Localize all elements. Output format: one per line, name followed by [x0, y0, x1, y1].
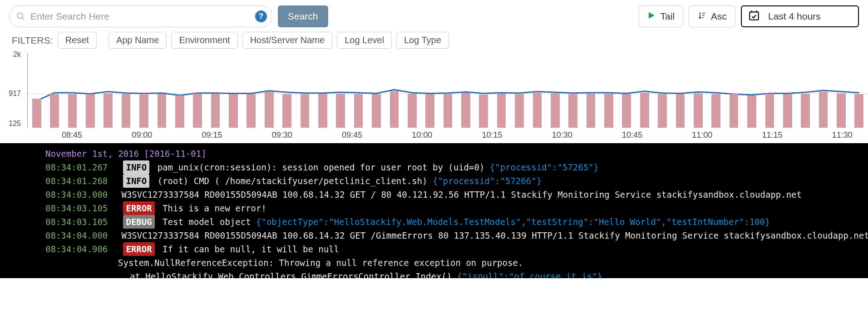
log-viewer[interactable]: November 1st, 2016 [2016-11-01] 08:34:01… [0, 143, 868, 278]
bar [694, 93, 703, 128]
bar [730, 94, 739, 128]
reset-button[interactable]: Reset [58, 32, 97, 49]
log-date-header: November 1st, 2016 [2016-11-01] [45, 147, 868, 160]
timestamp: 08:34:04.906 [45, 242, 116, 256]
bar [479, 95, 488, 128]
xtick: 11:00 [692, 130, 712, 140]
bar [837, 93, 846, 128]
bar [568, 94, 577, 128]
search-wrap: ? [9, 5, 272, 27]
level-badge: ERROR [123, 242, 154, 256]
bar [711, 94, 720, 128]
json-fragment: {"isnull":"of course it is"} [457, 271, 602, 278]
xtick: 09:45 [342, 130, 362, 140]
bar [747, 95, 756, 128]
json-fragment: {"processid":"57266"} [433, 176, 542, 186]
level-badge: INFO [123, 174, 149, 188]
xtick: 11:30 [832, 130, 853, 140]
xtick: 09:15 [202, 130, 222, 140]
help-icon[interactable]: ? [255, 10, 267, 22]
bar [497, 94, 506, 128]
log-message: (root) CMD ( /home/stackifyuser/petclini… [158, 176, 433, 186]
bar [587, 94, 596, 128]
timestamp: 08:34:03.105 [45, 201, 116, 215]
bar [408, 94, 417, 128]
timestamp: 08:34:03.105 [45, 215, 116, 229]
level-badge: ERROR [123, 201, 154, 215]
xtick: 10:45 [622, 130, 642, 140]
ytick-125: 125 [0, 120, 21, 128]
bar [819, 92, 828, 128]
bar [229, 94, 238, 128]
sort-label: Asc [711, 11, 727, 22]
xtick: 10:00 [412, 130, 432, 140]
bar [533, 93, 542, 128]
filter-log-level[interactable]: Log Level [337, 32, 392, 49]
bar [193, 94, 202, 128]
chart[interactable]: 2k 917 125 08:4509:0009:1509:3009:4510:0… [0, 52, 868, 143]
bar [122, 94, 131, 128]
bar [211, 94, 220, 128]
sort-button[interactable]: Asc [689, 5, 735, 27]
log-row[interactable]: 08:34:04.000 W3SVC1273337584 RD00155D509… [45, 229, 868, 242]
xtick: 09:30 [272, 130, 292, 140]
bar [86, 94, 95, 128]
tail-button[interactable]: Tail [639, 5, 683, 27]
bar [551, 93, 560, 128]
log-row[interactable]: 08:34:04.906 ERROR If it can be null, it… [45, 242, 868, 256]
bar [425, 94, 434, 128]
xtick: 09:00 [132, 130, 152, 140]
json-fragment: {"processid":"57265"} [490, 162, 599, 172]
bar [354, 94, 363, 128]
filters-title: FILTERS: [12, 35, 53, 46]
bar [247, 94, 256, 128]
log-message: This is a new error! [163, 203, 266, 213]
bar [372, 94, 381, 128]
json-fragment: {"objectType":"HelloStackify.Web.Models.… [256, 217, 770, 227]
xtick: 08:45 [62, 130, 82, 140]
filters-row: FILTERS: Reset App Name Environment Host… [0, 31, 868, 52]
xtick: 10:30 [552, 130, 572, 140]
search-icon [16, 12, 25, 23]
svg-line-1 [22, 18, 24, 20]
time-range-button[interactable]: Last 4 hours [741, 5, 859, 27]
bar [515, 94, 524, 128]
filter-environment[interactable]: Environment [171, 32, 237, 49]
log-row[interactable]: 08:34:03.000 W3SVC1273337584 RD00155D509… [45, 188, 868, 201]
timestamp: 08:34:01.267 [45, 160, 116, 174]
svg-marker-2 [649, 12, 655, 19]
filter-log-type[interactable]: Log Type [396, 32, 449, 49]
log-message: If it can be null, it will be null [163, 244, 339, 254]
top-toolbar: ? Search Tail Asc Last 4 hours [0, 0, 868, 31]
log-message: W3SVC1273337584 RD00155D5094AB 100.68.14… [121, 230, 868, 240]
xtick: 11:15 [762, 130, 782, 140]
bar [301, 94, 310, 128]
bar [390, 91, 399, 128]
bar [801, 94, 810, 128]
bar [622, 94, 631, 128]
bar [461, 93, 470, 128]
svg-point-0 [18, 13, 23, 19]
search-input[interactable] [9, 5, 272, 27]
calendar-icon [748, 10, 760, 24]
tail-label: Tail [660, 11, 675, 22]
filter-app-name[interactable]: App Name [108, 32, 167, 49]
bar [68, 94, 77, 128]
plot-area[interactable] [27, 53, 868, 128]
search-button[interactable]: Search [278, 5, 328, 27]
log-row[interactable]: 08:34:03.105 DEBUG Test model object {"o… [45, 215, 868, 229]
log-message: W3SVC1273337584 RD00155D5094AB 100.68.14… [121, 190, 802, 200]
bar [175, 95, 184, 128]
log-continuation: System.NullReferenceException: Throwing … [45, 256, 868, 270]
bar [640, 93, 649, 128]
timestamp: 08:34:01.268 [45, 174, 116, 188]
timestamp: 08:34:03.000 [45, 188, 116, 201]
time-range-label: Last 4 hours [768, 11, 821, 22]
sort-icon [697, 11, 706, 22]
bar [444, 94, 453, 128]
bar [318, 94, 327, 128]
log-row[interactable]: 08:34:01.268 INFO (root) CMD ( /home/sta… [45, 174, 868, 188]
log-row[interactable]: 08:34:03.105 ERROR This is a new error! [45, 201, 868, 215]
log-row[interactable]: 08:34:01.267 INFO pam_unix(cron:session)… [45, 160, 868, 174]
filter-host[interactable]: Host/Server Name [242, 32, 333, 49]
